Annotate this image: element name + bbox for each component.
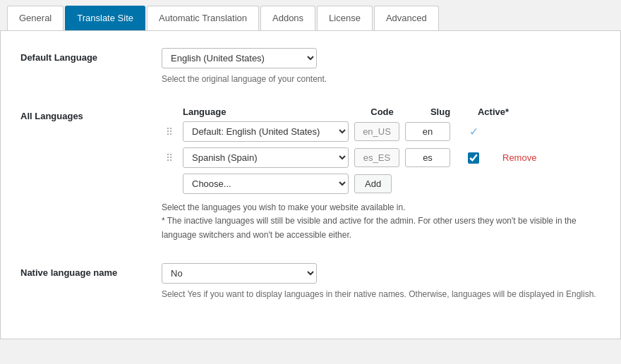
native-language-content: No Yes Select Yes if you want to display…: [162, 263, 601, 301]
native-language-select[interactable]: No Yes: [162, 263, 317, 284]
language-row-spanish: ⠿ Spanish (Spain) Remove: [162, 147, 601, 168]
col-header-active: Active*: [472, 107, 514, 117]
active-checkbox-spanish[interactable]: [468, 152, 479, 164]
active-area-english: ✓: [456, 125, 491, 138]
language-row-english: ⠿ Default: English (United States) ✓: [162, 121, 601, 142]
default-language-select[interactable]: English (United States): [162, 48, 317, 68]
language-select-english[interactable]: Default: English (United States): [183, 121, 349, 142]
native-language-label: Native language name: [20, 263, 162, 278]
col-header-code: Code: [356, 107, 409, 117]
all-languages-label: All Languages: [20, 107, 162, 121]
tab-license[interactable]: License: [317, 6, 373, 30]
tab-advanced[interactable]: Advanced: [374, 6, 439, 30]
tabs-bar: General Translate Site Automatic Transla…: [0, 0, 621, 31]
default-language-content: English (United States) Select the origi…: [162, 48, 601, 85]
lang-table-header: Language Code Slug Active*: [162, 107, 601, 121]
language-select-spanish[interactable]: Spanish (Spain): [183, 147, 349, 168]
drag-handle-english[interactable]: ⠿: [162, 126, 177, 138]
tab-general[interactable]: General: [7, 6, 64, 30]
tab-automatic-translation[interactable]: Automatic Translation: [147, 6, 259, 30]
slug-input-english[interactable]: [405, 122, 450, 141]
page-wrapper: General Translate Site Automatic Transla…: [0, 0, 621, 364]
default-language-label: Default Language: [20, 48, 162, 63]
native-language-section: Native language name No Yes Select Yes i…: [20, 263, 601, 301]
all-languages-section: All Languages Language Code Slug Active*…: [20, 107, 601, 242]
tab-translate-site[interactable]: Translate Site: [65, 6, 145, 30]
active-area-spanish: [456, 152, 491, 164]
drag-handle-spanish[interactable]: ⠿: [162, 152, 177, 164]
native-language-hint: Select Yes if you want to display langua…: [162, 288, 601, 301]
col-header-slug: Slug: [409, 107, 472, 117]
choose-language-select[interactable]: Choose...: [183, 174, 349, 194]
code-input-english[interactable]: [354, 122, 399, 141]
remove-link-spanish[interactable]: Remove: [502, 152, 536, 163]
add-language-button[interactable]: Add: [354, 174, 392, 193]
all-languages-content: Language Code Slug Active* ⠿ Default: En…: [162, 107, 601, 242]
default-language-hint: Select the original language of your con…: [162, 73, 601, 85]
col-header-language: Language: [183, 107, 356, 117]
slug-input-spanish[interactable]: [405, 148, 450, 167]
content-area: Default Language English (United States)…: [0, 31, 621, 339]
inactive-check-icon-english: ✓: [469, 125, 478, 138]
languages-info-text: Select the languages you wish to make yo…: [162, 201, 601, 242]
add-language-row: Choose... Add: [183, 174, 601, 194]
default-language-section: Default Language English (United States)…: [20, 48, 601, 85]
tab-addons[interactable]: Addons: [260, 6, 315, 30]
code-input-spanish[interactable]: [354, 148, 399, 167]
